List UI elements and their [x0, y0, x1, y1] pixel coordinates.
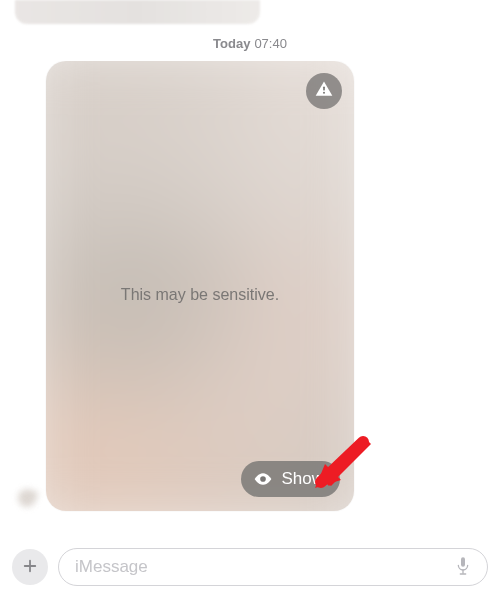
- svg-rect-8: [461, 557, 465, 566]
- sensitive-content-label: This may be sensitive.: [121, 286, 279, 304]
- svg-point-1: [323, 92, 325, 94]
- timestamp-day: Today: [213, 36, 250, 51]
- svg-point-2: [261, 476, 267, 482]
- plus-icon: [21, 557, 39, 578]
- message-composer: [0, 538, 500, 600]
- show-button[interactable]: Show: [241, 461, 340, 497]
- add-attachment-button[interactable]: [12, 549, 48, 585]
- svg-rect-0: [323, 87, 325, 91]
- message-input[interactable]: [75, 557, 449, 577]
- messages-area: This may be sensitive. Show: [0, 61, 500, 538]
- warning-badge[interactable]: [306, 73, 342, 109]
- eye-icon: [253, 469, 273, 489]
- sensitive-image-bubble[interactable]: This may be sensitive. Show: [46, 61, 354, 511]
- incoming-message-row: This may be sensitive. Show: [10, 61, 490, 511]
- message-timestamp: Today07:40: [0, 36, 500, 51]
- imessage-conversation-view: Today07:40 This may be sensitive.: [0, 0, 500, 600]
- message-input-container[interactable]: [58, 548, 488, 586]
- show-button-label: Show: [281, 469, 324, 489]
- warning-triangle-icon: [314, 79, 334, 103]
- microphone-icon: [455, 556, 471, 579]
- dictation-button[interactable]: [449, 553, 477, 581]
- timestamp-time: 07:40: [254, 36, 287, 51]
- bubble-tail: [20, 487, 34, 507]
- previous-message-peek: [15, 0, 260, 24]
